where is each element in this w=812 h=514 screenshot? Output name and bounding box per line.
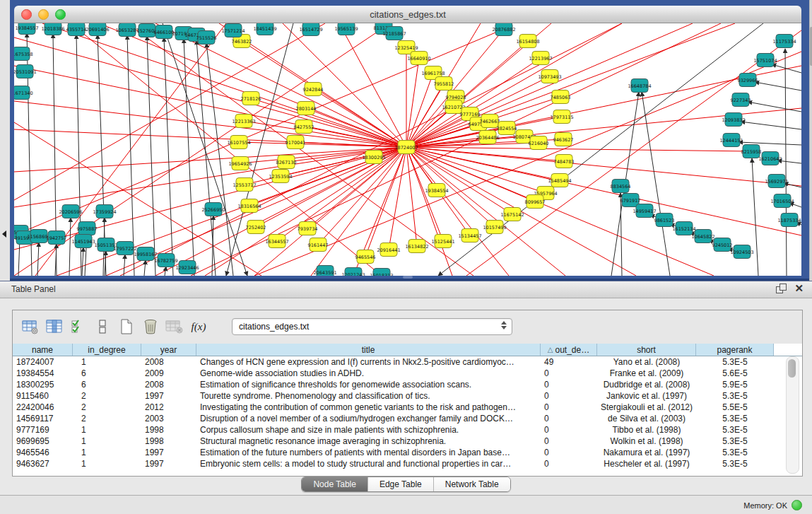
cell-short[interactable]: Franke et al. (2009) [597,368,696,379]
cell-out_degree[interactable]: 0 [541,402,597,413]
cell-short[interactable]: Hescheler et al. (1997) [597,458,696,469]
table-row[interactable]: 946554611997Estimation of the future num… [13,447,802,458]
cell-title[interactable]: Investigating the contribution of common… [196,402,541,413]
table-row[interactable]: 2242004622012Investigating the contribut… [13,402,802,413]
outer-scrollbar[interactable] [809,0,812,281]
close-window-button[interactable] [21,9,32,20]
table-scrollbar-thumb[interactable] [788,359,796,378]
table-row[interactable]: 1456911722003Disruption of a novel membe… [13,413,802,424]
cell-pagerank[interactable]: 5.3E-5 [696,424,774,436]
table-selector-dropdown[interactable]: citations_edges.txt [232,318,512,335]
table-row[interactable]: 911546021997Tourette syndrome. Phenomeno… [13,390,802,402]
close-panel-icon[interactable]: ✕ [794,284,804,293]
cell-pagerank[interactable]: 5.3E-5 [696,390,774,402]
cell-short[interactable]: Jankovic et al. (1997) [597,390,696,402]
cell-title[interactable]: Structural magnetic resonance image aver… [196,436,541,447]
cell-short[interactable]: Dudbridge et al. (2008) [597,379,696,390]
network-canvas[interactable]: 2718126122133631610755419654926125537171… [14,23,801,276]
cell-pagerank[interactable]: 5.3E-5 [696,458,774,469]
cell-name[interactable]: 9465546 [13,447,73,458]
cell-short[interactable]: Yano et al. (2008) [597,356,696,368]
cell-out_degree[interactable]: 0 [541,424,597,436]
table-row[interactable]: 946362711997Embryonic stem cells: a mode… [13,458,802,469]
cell-title[interactable]: Embryonic stem cells: a model to study s… [196,458,541,469]
table-row[interactable]: 969969511998Structural magnetic resonanc… [13,436,802,447]
column-header-title[interactable]: title [196,344,541,356]
tab-network-table[interactable]: Network Table [434,477,510,491]
tab-edge-table[interactable]: Edge Table [368,477,434,491]
cell-name[interactable]: 9463627 [13,458,73,469]
cell-in_degree[interactable]: 1 [73,356,141,368]
create-column-button[interactable] [116,317,137,337]
cell-in_degree[interactable]: 1 [73,424,141,436]
cell-year[interactable]: 2008 [141,379,196,390]
cell-year[interactable]: 1997 [141,447,196,458]
cell-year[interactable]: 2003 [141,413,196,424]
cell-pagerank[interactable]: 5.9E-5 [696,379,774,390]
cell-name[interactable]: 19384554 [13,368,73,379]
float-window-icon[interactable] [776,284,786,293]
table-scrollbar[interactable] [786,356,799,474]
minimize-window-button[interactable] [38,9,49,20]
column-header-in_degree[interactable]: in_degree [73,344,141,356]
window-titlebar[interactable]: citations_edges.txt [14,6,801,23]
cell-short[interactable]: Nakamura et al. (1997) [597,447,696,458]
cell-in_degree[interactable]: 1 [73,447,141,458]
cell-title[interactable]: Estimation of the future numbers of pati… [196,447,541,458]
cell-out_degree[interactable]: 0 [541,458,597,469]
cell-name[interactable]: 9777169 [13,424,73,436]
memory-status-indicator[interactable] [792,500,802,510]
panel-collapse-icon[interactable] [2,230,6,238]
cell-title[interactable]: Disruption of a novel member of a sodium… [196,413,541,424]
cell-in_degree[interactable]: 2 [73,402,141,413]
cell-out_degree[interactable]: 49 [541,356,597,368]
splitter-handle[interactable] [403,276,413,279]
cell-name[interactable]: 9115460 [13,390,73,402]
select-columns-button[interactable] [68,317,89,337]
cell-pagerank[interactable]: 5.5E-5 [696,402,774,413]
cell-year[interactable]: 1997 [141,458,196,469]
cell-name[interactable]: 14569117 [13,413,73,424]
cell-year[interactable]: 1997 [141,390,196,402]
cell-pagerank[interactable]: 5.3E-5 [696,447,774,458]
cell-name[interactable]: 9699695 [13,436,73,447]
cell-title[interactable]: Estimation of significance thresholds fo… [196,379,541,390]
cell-out_degree[interactable]: 0 [541,447,597,458]
cell-in_degree[interactable]: 1 [73,458,141,469]
column-header-out_degree[interactable]: △out_de… [541,344,597,356]
cell-year[interactable]: 2008 [141,356,196,368]
cell-in_degree[interactable]: 6 [73,368,141,379]
show-columns-button[interactable] [44,317,65,337]
cell-pagerank[interactable]: 5.3E-5 [696,356,774,368]
row-height-button[interactable] [92,317,113,337]
cell-out_degree[interactable]: 0 [541,413,597,424]
cell-name[interactable]: 22420046 [13,402,73,413]
cell-out_degree[interactable]: 0 [541,390,597,402]
cell-title[interactable]: Genome-wide association studies in ADHD. [196,368,541,379]
cell-name[interactable]: 18724007 [13,356,73,368]
delete-column-button[interactable] [140,317,161,337]
table-row[interactable]: 1830029562008Estimation of significance … [13,379,802,390]
table-row[interactable]: 1938455462009Genome-wide association stu… [13,368,802,379]
cell-short[interactable]: Stergiakouli et al. (2012) [597,402,696,413]
table-row[interactable]: 977716911998Corpus callosum shape and si… [13,424,802,436]
cell-in_degree[interactable]: 2 [73,413,141,424]
column-header-pagerank[interactable]: pagerank [696,344,774,356]
cell-in_degree[interactable]: 6 [73,379,141,390]
cell-title[interactable]: Corpus callosum shape and size in male p… [196,424,541,436]
table-settings-button[interactable] [20,317,41,337]
cell-year[interactable]: 2009 [141,368,196,379]
cell-pagerank[interactable]: 5.3E-5 [696,436,774,447]
cell-in_degree[interactable]: 1 [73,436,141,447]
cell-short[interactable]: Tibbo et al. (1998) [597,424,696,436]
column-header-name[interactable]: name [13,344,73,356]
table-row[interactable]: 1872400712008Changes of HCN gene express… [13,356,802,368]
function-builder-button[interactable]: f(x) [188,317,209,337]
cell-pagerank[interactable]: 5.6E-5 [696,368,774,379]
cell-title[interactable]: Tourette syndrome. Phenomenology and cla… [196,390,541,402]
delete-table-button[interactable] [164,317,185,337]
cell-out_degree[interactable]: 0 [541,368,597,379]
cell-title[interactable]: Changes of HCN gene expression and I(f) … [196,356,541,368]
cell-pagerank[interactable]: 5.3E-5 [696,413,774,424]
column-header-year[interactable]: year [141,344,196,356]
